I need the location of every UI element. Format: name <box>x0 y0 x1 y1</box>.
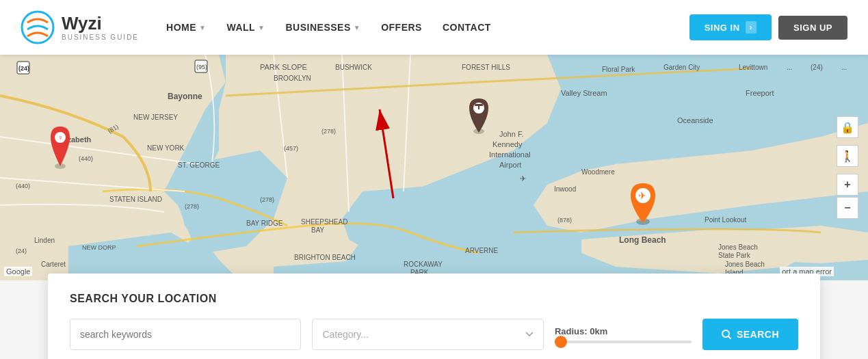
map-container: (81) (440) (278) (278) (457) (278) (878)… <box>0 55 868 280</box>
svg-text:FOREST HILLS: FOREST HILLS <box>462 64 510 71</box>
zoom-out-icon: − <box>844 202 850 214</box>
svg-text:✈: ✈ <box>520 174 526 183</box>
svg-text:Jones Beach: Jones Beach <box>718 243 758 251</box>
svg-text:SHEEPSHEAD: SHEEPSHEAD <box>301 218 347 226</box>
search-button[interactable]: SEARCH <box>702 319 798 350</box>
nav-offers[interactable]: OFFERS <box>381 22 422 33</box>
logo-text: Wyzi BUSINESS GUIDE <box>62 14 139 41</box>
svg-text:(278): (278) <box>185 203 199 210</box>
map-controls: 🔒 🚶 + − <box>837 116 858 219</box>
svg-text:BAY RIDGE: BAY RIDGE <box>246 220 283 227</box>
nav-right: SING IN › SIGN UP <box>689 14 847 40</box>
category-select[interactable]: Category... Restaurants Hotels Shopping … <box>312 319 543 350</box>
svg-text:(278): (278) <box>321 128 336 135</box>
signup-button[interactable]: SIGN UP <box>778 16 847 40</box>
map-lock-button[interactable]: 🔒 <box>837 116 858 138</box>
svg-text:Bayonne: Bayonne <box>168 92 202 101</box>
svg-text:BUSHWICK: BUSHWICK <box>335 64 372 71</box>
logo[interactable]: Wyzi BUSINESS GUIDE <box>21 10 139 44</box>
svg-text:International: International <box>489 150 531 159</box>
svg-text:STATEN ISLAND: STATEN ISLAND <box>109 196 162 203</box>
svg-text:PARK SLOPE: PARK SLOPE <box>260 63 307 71</box>
svg-text:John F.: John F. <box>499 130 523 138</box>
header: Wyzi BUSINESS GUIDE HOME ▼ WALL ▼ BUSINE… <box>0 0 868 55</box>
signin-arrow: › <box>746 21 757 34</box>
google-label: Google <box>4 267 32 276</box>
svg-text:(440): (440) <box>79 155 93 162</box>
signin-button[interactable]: SING IN › <box>689 14 772 40</box>
svg-text:...: ... <box>841 64 847 71</box>
svg-point-0 <box>22 12 53 43</box>
svg-text:Jones Beach: Jones Beach <box>725 261 765 268</box>
svg-text:BAY: BAY <box>311 226 325 234</box>
svg-text:...: ... <box>787 64 792 71</box>
radius-slider[interactable] <box>555 341 692 343</box>
svg-text:ROCKAWAY: ROCKAWAY <box>404 261 443 268</box>
svg-text:Inwood: Inwood <box>554 185 576 193</box>
svg-text:Long Beach: Long Beach <box>619 235 666 245</box>
svg-text:BRIGHTON BEACH: BRIGHTON BEACH <box>294 254 356 261</box>
logo-subtitle: BUSINESS GUIDE <box>62 34 139 41</box>
search-icon <box>722 330 731 339</box>
svg-text:Kennedy: Kennedy <box>492 140 523 148</box>
radius-label: Radius: 0km <box>555 326 692 336</box>
svg-text:(878): (878) <box>557 217 572 224</box>
businesses-caret: ▼ <box>354 24 360 31</box>
svg-text:(278): (278) <box>260 196 274 203</box>
wall-caret: ▼ <box>258 24 265 31</box>
person-icon: 🚶 <box>841 150 854 163</box>
svg-text:Levittown: Levittown <box>739 64 767 71</box>
svg-text:(24): (24) <box>811 64 823 71</box>
svg-text:(95): (95) <box>196 64 207 70</box>
keyword-search-input[interactable] <box>70 319 301 350</box>
radius-value: 0km <box>590 326 607 336</box>
lock-icon: 🔒 <box>841 121 854 134</box>
nav-businesses[interactable]: BUSINESSES ▼ <box>286 22 361 33</box>
svg-text:ST. GEORGE: ST. GEORGE <box>178 161 220 169</box>
search-panel-title: SEARCH YOUR LOCATION <box>70 293 798 305</box>
svg-text:Airport: Airport <box>499 161 521 169</box>
radius-area: Radius: 0km <box>555 326 692 343</box>
zoom-in-icon: + <box>844 178 850 191</box>
svg-text:ARVERNE: ARVERNE <box>465 247 498 254</box>
search-row: Category... Restaurants Hotels Shopping … <box>70 319 798 350</box>
map-zoom-in-button[interactable]: + <box>837 174 858 196</box>
svg-text:Oceanside: Oceanside <box>677 116 713 124</box>
svg-text:State Park: State Park <box>718 252 751 259</box>
svg-text:✈: ✈ <box>638 190 646 201</box>
map-background: (81) (440) (278) (278) (457) (278) (878)… <box>0 55 868 280</box>
svg-text:♀: ♀ <box>57 133 63 142</box>
svg-rect-77 <box>478 104 479 109</box>
home-caret: ▼ <box>199 24 206 31</box>
svg-text:NEW JERSEY: NEW JERSEY <box>133 114 178 121</box>
svg-text:NEW DORP: NEW DORP <box>82 244 116 251</box>
svg-text:Linden: Linden <box>34 237 55 244</box>
svg-text:(24): (24) <box>18 65 29 72</box>
nav-home[interactable]: HOME ▼ <box>166 22 206 33</box>
svg-line-82 <box>728 336 731 338</box>
main-nav: HOME ▼ WALL ▼ BUSINESSES ▼ OFFERS CONTAC… <box>166 22 689 33</box>
svg-text:Point Lookout: Point Lookout <box>705 216 746 224</box>
search-panel: SEARCH YOUR LOCATION Category... Restaur… <box>48 274 820 359</box>
svg-text:BROOKLYN: BROOKLYN <box>274 75 311 82</box>
svg-text:Woodmere: Woodmere <box>581 168 615 176</box>
svg-text:(24): (24) <box>16 248 27 254</box>
svg-text:Freeport: Freeport <box>746 89 774 97</box>
logo-title: Wyzi <box>62 14 139 34</box>
logo-icon <box>21 10 55 44</box>
svg-text:Floral Park: Floral Park <box>602 66 635 73</box>
map-zoom-out-button[interactable]: − <box>837 197 858 219</box>
svg-text:Valley Stream: Valley Stream <box>561 89 607 97</box>
svg-text:(440): (440) <box>16 183 30 189</box>
svg-text:(457): (457) <box>284 145 298 152</box>
svg-text:Garden City: Garden City <box>663 64 700 71</box>
svg-text:Carteret: Carteret <box>41 261 66 268</box>
nav-wall[interactable]: WALL ▼ <box>226 22 265 33</box>
map-person-button[interactable]: 🚶 <box>837 145 858 167</box>
svg-text:NEW YORK: NEW YORK <box>147 144 185 152</box>
nav-contact[interactable]: CONTACT <box>443 22 491 33</box>
